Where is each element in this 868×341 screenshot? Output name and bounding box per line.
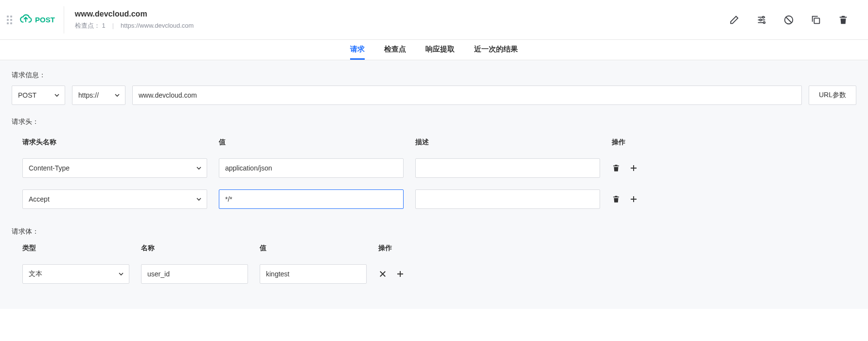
- section-label-request-headers: 请求头：: [12, 118, 856, 126]
- add-row-icon[interactable]: [396, 270, 405, 278]
- body-table: 类型 名称 值 操作 文本 user_id kingtest: [12, 242, 856, 290]
- add-row-icon[interactable]: [629, 164, 638, 172]
- headers-col-value: 值: [219, 138, 404, 147]
- header-name-select[interactable]: Accept: [22, 189, 207, 209]
- cloud-upload-icon: [19, 13, 32, 27]
- method-select[interactable]: POST: [12, 85, 65, 105]
- protocol-select-value: https://: [78, 91, 99, 99]
- header-desc-input[interactable]: [415, 189, 600, 209]
- checkpoints-count: 1: [102, 22, 105, 29]
- topbar-actions: [729, 15, 868, 25]
- drag-handle-icon[interactable]: [7, 16, 16, 24]
- headers-col-ops: 操作: [612, 138, 849, 147]
- request-line: POST https:// www.devcloud.com URL参数: [12, 85, 856, 105]
- chevron-down-icon: [196, 196, 202, 202]
- tab-last-result[interactable]: 近一次的结果: [474, 40, 518, 60]
- section-label-request-body: 请求体：: [12, 227, 856, 236]
- header-value-input[interactable]: */*: [219, 189, 404, 209]
- body-value-input[interactable]: kingtest: [260, 264, 367, 284]
- method-select-value: POST: [18, 91, 36, 99]
- disable-icon[interactable]: [783, 15, 794, 25]
- chevron-down-icon: [54, 92, 60, 98]
- headers-table: 请求头名称 值 描述 操作 Content-Type application/j…: [12, 132, 856, 217]
- svg-point-1: [760, 19, 762, 21]
- url-input[interactable]: www.devcloud.com: [132, 85, 802, 105]
- body-col-value: 值: [260, 244, 367, 253]
- delete-row-icon[interactable]: [612, 195, 620, 204]
- body-col-ops: 操作: [378, 244, 849, 253]
- edit-icon[interactable]: [729, 15, 740, 25]
- svg-rect-4: [814, 18, 819, 23]
- headers-table-head: 请求头名称 值 描述 操作: [22, 132, 849, 153]
- tab-row: 请求 检查点 响应提取 近一次的结果: [0, 40, 868, 60]
- headers-col-name: 请求头名称: [22, 138, 207, 147]
- tab-response-extract[interactable]: 响应提取: [425, 40, 455, 60]
- request-url-text: https://www.devcloud.com: [121, 22, 194, 29]
- delete-row-icon[interactable]: [612, 164, 620, 172]
- headers-table-row: Accept */*: [22, 184, 849, 215]
- topbar-main: www.devcloud.com 检查点： 1 | https://www.de…: [64, 10, 729, 30]
- add-row-icon[interactable]: [629, 195, 638, 204]
- page-title: www.devcloud.com: [75, 10, 729, 18]
- section-label-request-info: 请求信息：: [12, 71, 856, 80]
- body-col-name: 名称: [141, 244, 248, 253]
- headers-table-row: Content-Type application/json: [22, 153, 849, 184]
- content-panel: 请求信息： POST https:// www.devcloud.com URL…: [0, 60, 868, 309]
- header-desc-input[interactable]: [415, 158, 600, 178]
- header-value-input[interactable]: application/json: [219, 158, 404, 178]
- settings-sliders-icon[interactable]: [756, 15, 767, 25]
- topbar: POST www.devcloud.com 检查点： 1 | https://w…: [0, 0, 868, 40]
- body-table-row: 文本 user_id kingtest: [22, 258, 849, 290]
- body-name-input[interactable]: user_id: [141, 264, 248, 284]
- remove-row-icon[interactable]: [378, 270, 387, 278]
- tab-checkpoint[interactable]: 检查点: [384, 40, 406, 60]
- header-name-select[interactable]: Content-Type: [22, 158, 207, 178]
- header-name-value: Content-Type: [29, 164, 70, 172]
- chevron-down-icon: [118, 271, 124, 277]
- tab-request[interactable]: 请求: [350, 40, 365, 60]
- vertical-divider-icon: |: [112, 22, 114, 29]
- delete-icon[interactable]: [838, 15, 849, 25]
- checkpoints-label: 检查点：: [75, 22, 100, 29]
- chevron-down-icon: [114, 92, 120, 98]
- body-table-head: 类型 名称 值 操作: [22, 242, 849, 258]
- header-name-value: Accept: [29, 195, 50, 203]
- method-badge: POST: [19, 6, 64, 34]
- method-text: POST: [35, 16, 55, 24]
- body-type-select[interactable]: 文本: [22, 264, 129, 284]
- protocol-select[interactable]: https://: [72, 85, 125, 105]
- body-col-type: 类型: [22, 244, 129, 253]
- chevron-down-icon: [196, 165, 202, 171]
- page-subinfo: 检查点： 1 | https://www.devcloud.com: [75, 21, 729, 30]
- url-params-button[interactable]: URL参数: [809, 85, 856, 105]
- body-type-value: 文本: [29, 270, 42, 278]
- svg-point-0: [762, 16, 764, 18]
- copy-icon[interactable]: [811, 15, 821, 25]
- svg-point-2: [763, 21, 765, 23]
- headers-col-desc: 描述: [415, 138, 600, 147]
